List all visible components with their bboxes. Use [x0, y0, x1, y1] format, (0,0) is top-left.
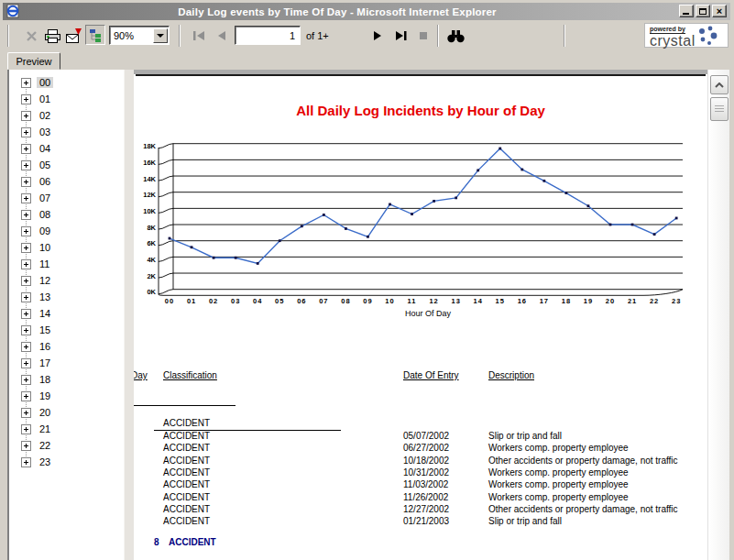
svg-text:23: 23 — [672, 297, 681, 305]
tree-item-18[interactable]: 18 — [9, 371, 124, 388]
scroll-up-button[interactable] — [710, 75, 729, 94]
tree-item-label: 05 — [37, 159, 53, 170]
first-page-button[interactable] — [189, 26, 209, 46]
maximize-button[interactable] — [696, 5, 710, 17]
expand-plus-icon[interactable] — [21, 292, 31, 302]
expand-plus-icon[interactable] — [21, 160, 31, 170]
expand-plus-icon[interactable] — [21, 94, 31, 104]
scrollbar-grip-icon — [715, 105, 724, 113]
expand-plus-icon[interactable] — [21, 193, 31, 203]
binoculars-icon — [446, 29, 466, 43]
previous-page-button[interactable] — [212, 26, 232, 46]
search-button[interactable] — [444, 26, 466, 46]
svg-text:01: 01 — [187, 297, 196, 305]
tree-item-04[interactable]: 04 — [9, 140, 124, 157]
cell-classification: ACCIDENT — [163, 467, 210, 478]
vertical-scrollbar[interactable] — [707, 70, 729, 560]
tree-item-label: 00 — [37, 77, 53, 88]
expand-plus-icon[interactable] — [21, 276, 31, 286]
expand-plus-icon[interactable] — [21, 177, 31, 187]
tree-item-label: 08 — [37, 209, 53, 220]
page-number-field-wrap — [235, 26, 301, 45]
expand-plus-icon[interactable] — [21, 441, 31, 451]
expand-plus-icon[interactable] — [21, 457, 31, 467]
tree-item-05[interactable]: 05 — [9, 157, 124, 173]
tree-item-label: 14 — [37, 308, 53, 319]
previous-page-icon — [216, 30, 227, 41]
tree-item-07[interactable]: 07 — [9, 190, 124, 206]
tree-item-09[interactable]: 09 — [9, 223, 124, 239]
window-title: Daily Log events by Time Of Day - Micros… — [3, 6, 672, 17]
tree-item-11[interactable]: 11 — [9, 256, 124, 272]
expand-plus-icon[interactable] — [21, 259, 31, 269]
close-button[interactable]: × — [712, 5, 727, 17]
expand-plus-icon[interactable] — [21, 358, 31, 368]
page-number-input[interactable] — [235, 26, 301, 45]
expand-plus-icon[interactable] — [21, 375, 31, 385]
tree-item-21[interactable]: 21 — [9, 421, 124, 437]
expand-plus-icon[interactable] — [21, 243, 31, 253]
tree-item-label: 09 — [37, 225, 53, 236]
tree-item-13[interactable]: 13 — [9, 289, 124, 305]
tree-item-14[interactable]: 14 — [9, 305, 124, 322]
tree-item-15[interactable]: 15 — [9, 322, 124, 338]
minimize-button[interactable] — [679, 5, 694, 17]
tree-item-22[interactable]: 22 — [9, 437, 124, 454]
cell-description: Workers comp. property employee — [488, 492, 629, 502]
tree-item-23[interactable]: 23 — [9, 454, 124, 470]
tree-item-10[interactable]: 10 — [9, 239, 124, 256]
expand-plus-icon[interactable] — [21, 78, 31, 88]
expand-plus-icon[interactable] — [21, 309, 31, 319]
tree-item-12[interactable]: 12 — [9, 272, 124, 289]
tree-item-label: 16 — [37, 341, 53, 352]
minimize-icon — [683, 13, 689, 15]
expand-plus-icon[interactable] — [21, 391, 31, 401]
zoom-select[interactable]: 90% — [109, 26, 170, 45]
panel-splitter[interactable] — [124, 70, 134, 560]
last-page-button[interactable] — [390, 26, 411, 46]
svg-text:8K: 8K — [147, 224, 156, 232]
tree-item-08[interactable]: 08 — [9, 206, 124, 223]
tree-item-16[interactable]: 16 — [9, 338, 124, 355]
svg-text:16: 16 — [518, 297, 527, 305]
svg-text:18: 18 — [562, 297, 571, 305]
svg-text:17: 17 — [540, 297, 549, 305]
tree-item-19[interactable]: 19 — [9, 388, 124, 404]
expand-plus-icon[interactable] — [21, 226, 31, 236]
export-button[interactable] — [63, 26, 83, 46]
stop-button[interactable] — [413, 26, 433, 46]
column-header-description: Description — [488, 370, 534, 380]
expand-plus-icon[interactable] — [21, 127, 31, 137]
tree-item-01[interactable]: 01 — [9, 91, 124, 107]
expand-plus-icon[interactable] — [21, 111, 31, 121]
expand-plus-icon[interactable] — [21, 424, 31, 434]
expand-plus-icon[interactable] — [21, 325, 31, 335]
tree-item-17[interactable]: 17 — [9, 355, 124, 371]
expand-plus-icon[interactable] — [21, 144, 31, 154]
tree-item-06[interactable]: 06 — [9, 173, 124, 190]
print-button[interactable] — [42, 26, 62, 46]
cell-classification: ACCIDENT — [163, 443, 210, 453]
scrollbar-thumb[interactable] — [710, 97, 729, 121]
expand-plus-icon[interactable] — [21, 408, 31, 418]
svg-text:22: 22 — [650, 297, 659, 305]
column-header-day: Day — [134, 370, 148, 380]
tab-preview[interactable]: Preview — [7, 52, 60, 70]
chevron-down-icon — [157, 34, 164, 38]
tree-item-20[interactable]: 20 — [9, 404, 124, 421]
toggle-group-tree-button[interactable] — [85, 25, 105, 45]
expand-plus-icon[interactable] — [21, 210, 31, 220]
svg-text:14: 14 — [474, 297, 483, 305]
cell-description: Workers comp. property employee — [488, 467, 629, 478]
close-view-button[interactable] — [21, 26, 41, 46]
tree-item-00[interactable]: 00 — [9, 74, 124, 91]
tree-item-02[interactable]: 02 — [9, 107, 124, 124]
tree-item-03[interactable]: 03 — [9, 124, 124, 140]
cell-description: Workers comp. property employee — [488, 479, 629, 489]
zoom-dropdown-button[interactable] — [153, 28, 168, 43]
cell-classification: ACCIDENT — [163, 516, 210, 526]
expand-plus-icon[interactable] — [21, 342, 31, 352]
report-page: All Daily Log Incidents by Hour of Day 0… — [134, 70, 707, 560]
next-page-button[interactable] — [367, 26, 388, 46]
cell-description: Other accidents or property damage, not … — [488, 504, 678, 514]
